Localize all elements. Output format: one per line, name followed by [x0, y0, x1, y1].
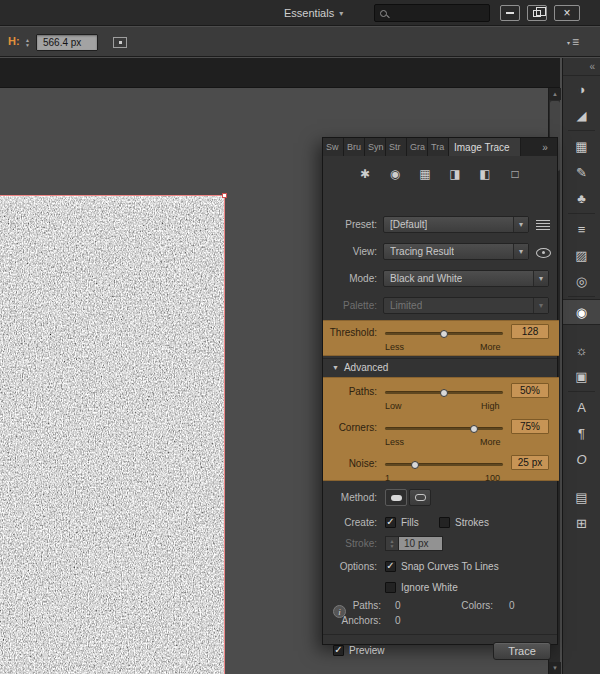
checkbox — [385, 582, 396, 593]
tab-image-trace[interactable]: Image Trace — [449, 138, 521, 156]
scroll-up-button[interactable]: ▲ — [549, 88, 561, 100]
dock-item-layers[interactable]: ▤ — [563, 484, 600, 510]
method-overlapping-button[interactable] — [409, 489, 431, 506]
overlapping-paths-icon — [415, 494, 426, 501]
height-value: 566.4 px — [43, 37, 81, 48]
chevron-down-icon: ▾ — [539, 301, 543, 310]
appearance-icon: ☼ — [576, 343, 588, 358]
dock-item-gradient[interactable]: ▨ — [563, 242, 600, 268]
view-dropdown[interactable]: Tracing Result ▾ — [383, 243, 529, 260]
grayscale-button[interactable]: ◨ — [444, 164, 466, 184]
dock-item-color[interactable]: ◑ — [563, 76, 600, 102]
graphic-styles-icon: ▣ — [575, 369, 587, 384]
strokes-checkbox-label: Strokes — [455, 517, 489, 528]
threshold-slider[interactable] — [385, 332, 503, 335]
dock-item-color-guide[interactable]: ◢ — [563, 102, 600, 128]
fills-checkbox[interactable]: ✓ Fills — [385, 515, 419, 530]
dock-item-graphic-styles[interactable]: ▣ — [563, 363, 600, 389]
corners-value-field[interactable]: 75% — [511, 419, 549, 434]
dock-item-transparency[interactable]: ◎ — [563, 268, 600, 294]
dock-item-swatches[interactable]: ▦ — [563, 133, 600, 159]
stepper-down-icon: ▼ — [390, 544, 395, 549]
preview-label: Preview — [349, 645, 385, 656]
high-color-icon: ◉ — [390, 167, 400, 181]
tab-swatches[interactable]: Sw — [323, 138, 344, 156]
low-color-button[interactable]: ▦ — [414, 164, 436, 184]
search-icon — [380, 10, 387, 17]
dock-item-brushes[interactable]: ✎ — [563, 159, 600, 185]
workspace-switcher[interactable]: Essentials ▾ — [284, 5, 343, 21]
minimize-button[interactable] — [500, 5, 520, 21]
dock-item-opentype[interactable]: O — [563, 446, 600, 472]
search-input[interactable] — [392, 8, 482, 19]
dock-item-image-trace[interactable]: ◉ — [563, 299, 600, 325]
corners-label: Corners: — [323, 419, 377, 436]
threshold-slider-handle[interactable] — [440, 330, 448, 338]
scroll-down-button[interactable]: ▼ — [549, 662, 561, 674]
noise-slider-handle[interactable] — [411, 461, 419, 469]
paths-slider-handle[interactable] — [440, 389, 448, 397]
paragraph-panel-icon: ¶ — [578, 426, 585, 441]
tab-transparency[interactable]: Tra — [428, 138, 449, 156]
swatches-icon: ▦ — [575, 139, 587, 154]
dock-item-character[interactable]: A — [563, 394, 600, 420]
gradient-icon: ▨ — [575, 248, 587, 263]
selection-anchor-handle[interactable] — [222, 193, 227, 198]
threshold-value-field[interactable]: 128 — [511, 324, 549, 339]
fills-checkbox-label: Fills — [401, 517, 419, 528]
paths-slider[interactable] — [385, 391, 503, 394]
corners-slider-handle[interactable] — [470, 425, 478, 433]
close-button[interactable]: × — [554, 5, 580, 21]
dock-gap — [563, 472, 600, 484]
dock-expand-button[interactable]: « — [563, 58, 600, 76]
preset-menu-icon[interactable] — [536, 220, 550, 230]
advanced-section-toggle[interactable]: ▼ Advanced — [323, 358, 557, 375]
noise-slider[interactable] — [385, 463, 503, 466]
search-box[interactable] — [374, 4, 490, 22]
preview-checkbox[interactable]: ✓ Preview — [333, 643, 385, 658]
chevron-down-icon: ▾ — [567, 39, 570, 46]
dock-separator — [568, 213, 595, 214]
preset-label: Preset: — [323, 216, 377, 233]
tab-stroke[interactable]: Str — [386, 138, 407, 156]
height-field-label: H: — [8, 35, 20, 47]
layers-icon: ▤ — [575, 490, 587, 505]
high-color-button[interactable]: ◉ — [384, 164, 406, 184]
trace-button[interactable]: Trace — [493, 642, 551, 660]
ignore-white-checkbox[interactable]: Ignore White — [385, 580, 458, 595]
corners-min-label: Less — [385, 437, 404, 447]
corners-slider[interactable] — [385, 427, 503, 430]
method-abutting-button[interactable] — [385, 489, 407, 506]
control-bar: H: ▲ ▼ 566.4 px ▾ ≡ — [0, 27, 600, 57]
dock-item-artboards[interactable]: ⊞ — [563, 510, 600, 536]
paths-value-field[interactable]: 50% — [511, 383, 549, 398]
noise-value-field[interactable]: 25 px — [511, 455, 549, 470]
reference-point-icon[interactable] — [113, 37, 127, 48]
tab-gradient[interactable]: Gra — [407, 138, 428, 156]
black-and-white-button[interactable]: ◧ — [474, 164, 496, 184]
preset-dropdown[interactable]: [Default] ▾ — [383, 216, 529, 233]
snap-curves-checkbox[interactable]: ✓ Snap Curves To Lines — [385, 559, 499, 574]
tab-symbols[interactable]: Syn — [365, 138, 386, 156]
traced-image-object[interactable] — [0, 195, 225, 674]
outline-button[interactable]: □ — [504, 164, 526, 184]
control-panel-menu[interactable]: ▾ ≡ — [567, 35, 579, 49]
height-stepper[interactable]: ▲ ▼ — [25, 35, 30, 51]
chevron-down-icon: ▾ — [519, 220, 523, 229]
dock-item-stroke[interactable]: ≡ — [563, 216, 600, 242]
dock-item-symbols[interactable]: ♣ — [563, 185, 600, 211]
auto-color-button[interactable]: ✱ — [354, 164, 376, 184]
height-field[interactable]: 566.4 px — [36, 34, 98, 51]
eye-icon[interactable] — [535, 244, 551, 259]
dock-item-paragraph[interactable]: ¶ — [563, 420, 600, 446]
dock-item-appearance[interactable]: ☼ — [563, 337, 600, 363]
tab-overflow-button[interactable]: » — [533, 138, 557, 156]
noise-max-label: 100 — [485, 473, 500, 483]
panel-dock: « ◑ ◢ ▦ ✎ ♣ ≡ ▨ ◎ ◉ ☼ ▣ A ¶ O ▤ ⊞ — [562, 58, 600, 674]
restore-button[interactable] — [527, 5, 547, 21]
tab-brushes[interactable]: Bru — [344, 138, 365, 156]
mode-dropdown[interactable]: Black and White ▾ — [383, 270, 549, 287]
strokes-checkbox[interactable]: Strokes — [439, 515, 489, 530]
info-anchors-label: Anchors: — [337, 615, 381, 626]
chevron-down-icon: ▾ — [519, 247, 523, 256]
